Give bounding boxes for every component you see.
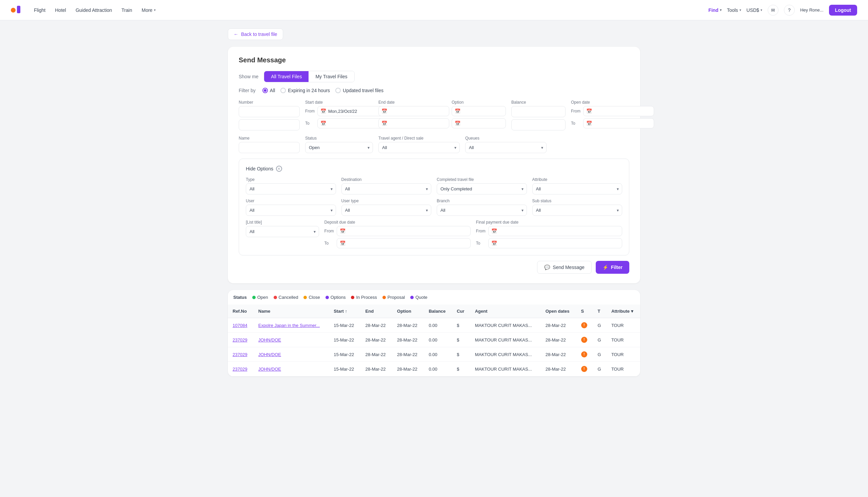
destination-select[interactable]: All (342, 183, 432, 195)
balance-from-input[interactable] (511, 106, 566, 117)
queues-select[interactable]: All (465, 142, 547, 153)
name-input[interactable] (239, 142, 300, 153)
option-to-calendar-icon[interactable]: 📅 (455, 120, 460, 126)
balance-group: Balance (511, 100, 566, 130)
usd-button[interactable]: USD$ ▾ (747, 8, 762, 13)
start-to-date-input[interactable] (328, 121, 385, 126)
cell-refno: 107084 (228, 318, 253, 333)
start-from-date-input[interactable] (328, 109, 385, 114)
number-to-input[interactable] (239, 119, 300, 130)
completed-select[interactable]: Only Completed All (437, 183, 527, 195)
type-select[interactable]: All (246, 183, 336, 195)
option-from-input[interactable] (463, 109, 520, 114)
final-from-calendar-icon[interactable]: 📅 (491, 228, 497, 234)
cell-t: G (593, 347, 606, 362)
final-to-input[interactable] (499, 241, 619, 246)
status-cancelled-label: Cancelled (279, 295, 298, 300)
sub-status-select[interactable]: All (532, 204, 622, 216)
end-date-from-to: 📅 📅 (378, 106, 446, 128)
cell-balance: 0.00 (424, 347, 452, 362)
attribute-select-wrap: All (532, 183, 622, 195)
refno-link[interactable]: 237029 (233, 367, 247, 372)
user-select[interactable]: All (246, 204, 336, 216)
filter-all-radio[interactable]: All (262, 88, 275, 93)
end-to-calendar-icon[interactable]: 📅 (382, 120, 387, 126)
tools-button[interactable]: Tools ▾ (727, 8, 741, 13)
number-from-input[interactable] (239, 106, 300, 117)
open-to-date-input[interactable] (594, 121, 651, 126)
name-link[interactable]: JOHN/DOE (258, 338, 281, 342)
cell-refno: 237029 (228, 362, 253, 377)
status-select[interactable]: Open All (305, 142, 373, 153)
logout-button[interactable]: Logout (829, 5, 857, 16)
option-from-wrap: 📅 (452, 106, 506, 116)
deposit-from-calendar-icon[interactable]: 📅 (340, 228, 345, 234)
start-to-date-wrap: 📅 (317, 118, 388, 128)
user-type-select[interactable]: All (342, 204, 432, 216)
deposit-from-wrap: 📅 (337, 226, 471, 236)
name-link[interactable]: JOHN/DOE (258, 352, 281, 357)
tools-chevron-icon: ▾ (740, 8, 741, 12)
branch-select[interactable]: All (437, 204, 527, 216)
filter-updated-radio[interactable]: Updated travel files (335, 88, 384, 93)
option-from-calendar-icon[interactable]: 📅 (455, 109, 460, 114)
refno-link[interactable]: 237029 (233, 352, 247, 357)
nav-hotel[interactable]: Hotel (55, 8, 66, 13)
open-from-calendar-icon[interactable]: 📅 (586, 109, 592, 114)
end-to-date-input[interactable] (389, 121, 446, 126)
hide-options-close-button[interactable]: ✕ (276, 166, 282, 172)
help-icon-button[interactable]: ? (784, 5, 795, 16)
filter-button[interactable]: ⚡ Filter (596, 261, 629, 274)
status-select-wrap: Open All (305, 142, 373, 153)
open-to-calendar-icon[interactable]: 📅 (586, 120, 592, 126)
deposit-from-input[interactable] (347, 229, 468, 234)
attribute-select[interactable]: All (532, 183, 622, 195)
deposit-from-label: From (325, 229, 335, 233)
balance-to-input[interactable] (511, 119, 566, 130)
deposit-to-input[interactable] (347, 241, 468, 246)
refno-link[interactable]: 237029 (233, 338, 247, 342)
nav-more[interactable]: More ▾ (142, 8, 156, 13)
refno-link[interactable]: 107084 (233, 323, 247, 328)
final-to-calendar-icon[interactable]: 📅 (491, 241, 497, 246)
deposit-to-calendar-icon[interactable]: 📅 (340, 241, 345, 246)
nav-guided-attraction[interactable]: Guided Attraction (75, 8, 112, 13)
find-button[interactable]: Find ▾ (708, 8, 721, 13)
navbar-right: Find ▾ Tools ▾ USD$ ▾ ✉ ? Hey Rone... Lo… (708, 5, 857, 16)
status-options-dot (326, 296, 329, 299)
completed-select-wrap: Only Completed All (437, 183, 527, 195)
col-agent: Agent (470, 304, 541, 318)
filter-expiring-radio[interactable]: Expiring in 24 hours (280, 88, 330, 93)
nav-train[interactable]: Train (121, 8, 132, 13)
final-to-wrap: 📅 (488, 238, 622, 248)
option-to-input[interactable] (463, 121, 520, 126)
open-to-label: To (571, 121, 581, 126)
all-travel-files-button[interactable]: All Travel Files (264, 71, 308, 82)
nav-flight[interactable]: Flight (34, 8, 45, 13)
end-from-calendar-icon[interactable]: 📅 (382, 109, 387, 114)
name-link[interactable]: Expolre Japan in the Summer... (258, 323, 320, 328)
final-from-input[interactable] (499, 229, 619, 234)
col-opendates: Open dates (541, 304, 576, 318)
end-from-date-input[interactable] (389, 109, 446, 114)
back-to-travel-file-button[interactable]: ← Back to travel file (228, 28, 283, 40)
list-title-select[interactable]: All (246, 226, 319, 237)
results-table-card: Status Open Cancelled Close Options In P… (228, 290, 640, 377)
start-to-calendar-icon[interactable]: 📅 (320, 120, 326, 126)
cell-opendates: 28-Mar-22 (541, 362, 576, 377)
send-message-button[interactable]: 💬 Send Message (537, 261, 591, 274)
start-from-calendar-icon[interactable]: 📅 (320, 109, 326, 114)
start-date-group: Start date From 📅 To 📅 (305, 100, 373, 130)
start-date-label: Start date (305, 100, 373, 105)
name-link[interactable]: JOHN/DOE (258, 367, 281, 372)
col-attribute[interactable]: Attribute ▾ (607, 304, 640, 318)
mail-icon-button[interactable]: ✉ (768, 5, 779, 16)
cell-attribute: TOUR (607, 347, 640, 362)
filter-by-label: Filter by (239, 88, 256, 93)
my-travel-files-button[interactable]: My Travel Files (308, 71, 354, 82)
name-label: Name (239, 136, 300, 141)
travel-agent-select[interactable]: All (378, 142, 460, 153)
open-from-date-input[interactable] (594, 109, 651, 114)
col-start[interactable]: Start ↑ (329, 304, 360, 318)
cell-end: 28-Mar-22 (361, 333, 392, 347)
